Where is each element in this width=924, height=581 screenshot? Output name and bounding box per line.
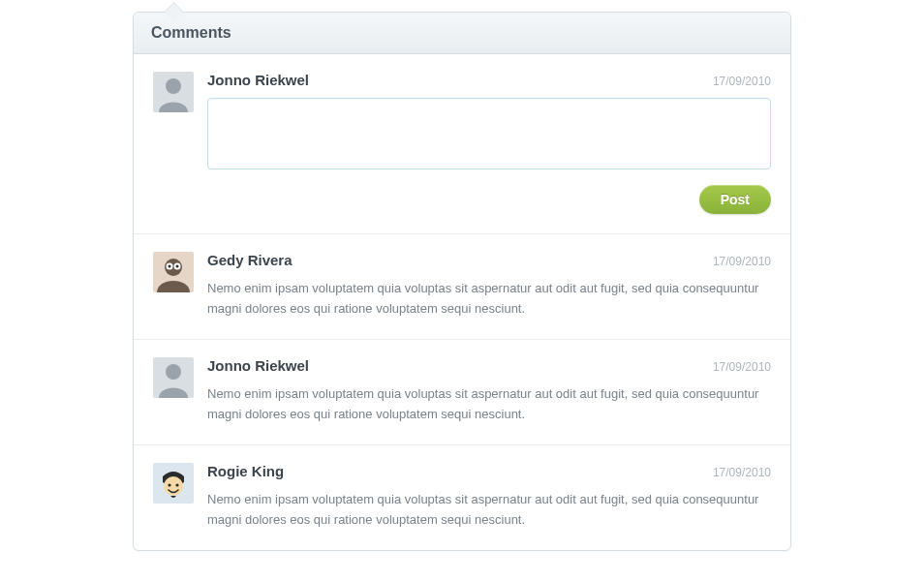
comment-meta: Gedy Rivera 17/09/2010 [207,252,771,268]
comment-author: Gedy Rivera [207,252,293,268]
comment-date: 17/09/2010 [713,255,771,268]
comment-date: 17/09/2010 [713,466,771,479]
avatar-image-icon [153,463,194,504]
comment-author: Jonno Riekwel [207,357,309,374]
avatar [153,463,194,504]
avatar [153,72,194,112]
comment-item: Rogie King 17/09/2010 Nemo enim ipsam vo… [134,445,790,550]
svg-point-13 [175,483,178,486]
panel-title: Comments [151,24,773,42]
svg-point-6 [169,265,171,268]
compose-author: Jonno Riekwel [207,72,309,88]
comments-panel: Comments Jonno Riekwel 17/09/2010 Post [133,12,791,551]
comment-meta: Rogie King 17/09/2010 [207,463,771,479]
avatar-image-icon [153,252,194,292]
svg-point-9 [166,364,181,380]
panel-header: Comments [134,13,790,54]
comment-item: Gedy Rivera 17/09/2010 Nemo enim ipsam v… [134,234,790,340]
comment-text: Nemo enim ipsam voluptatem quia voluptas… [207,278,771,320]
comment-input[interactable] [207,98,771,169]
comment-text: Nemo enim ipsam voluptatem quia voluptas… [207,489,771,531]
comment-meta: Jonno Riekwel 17/09/2010 [207,357,771,374]
compose-actions: Post [207,185,771,214]
comment-body: Rogie King 17/09/2010 Nemo enim ipsam vo… [207,463,771,531]
comment-item: Jonno Riekwel 17/09/2010 Nemo enim ipsam… [134,340,790,445]
comment-author: Rogie King [207,463,284,479]
comment-date: 17/09/2010 [713,360,771,374]
svg-point-7 [176,265,179,268]
avatar [153,252,194,292]
svg-point-12 [168,483,170,486]
compose-meta: Jonno Riekwel 17/09/2010 [207,72,771,88]
avatar-image-icon [153,72,194,112]
avatar-image-icon [153,357,194,398]
compose-date: 17/09/2010 [713,75,771,88]
avatar [153,357,194,398]
comment-body: Gedy Rivera 17/09/2010 Nemo enim ipsam v… [207,252,771,320]
svg-point-1 [166,78,181,94]
post-button[interactable]: Post [699,185,771,214]
compose-body: Jonno Riekwel 17/09/2010 Post [207,72,771,214]
compose-entry: Jonno Riekwel 17/09/2010 Post [134,54,790,234]
comment-body: Jonno Riekwel 17/09/2010 Nemo enim ipsam… [207,357,771,425]
comment-text: Nemo enim ipsam voluptatem quia voluptas… [207,383,771,425]
